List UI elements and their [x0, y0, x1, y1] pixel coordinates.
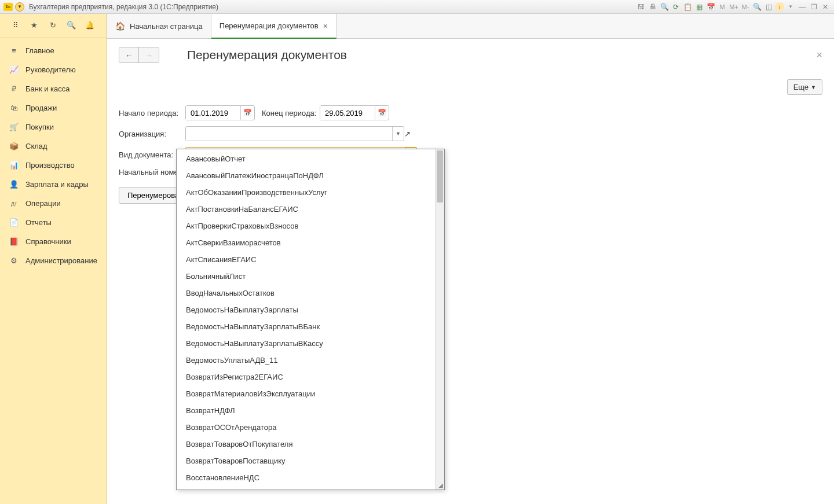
reload-icon[interactable]: ⟳ [671, 2, 681, 12]
dropdown-item[interactable]: ВедомостьНаВыплатуЗарплатыВКассу [177, 335, 435, 352]
sidebar-item-label: Отчеты [25, 218, 52, 227]
book-icon: 📕 [9, 237, 19, 246]
tab-home[interactable]: 🏠 Начальная страница [107, 14, 211, 38]
menu-icon: ≡ [9, 46, 19, 55]
org-label: Организация: [119, 130, 185, 138]
apps-icon[interactable]: ⠿ [10, 20, 21, 30]
period-end-label: Конец периода: [262, 109, 320, 117]
content-header: ← → Перенумерация документов × [119, 47, 822, 63]
notifications-icon[interactable]: 🔔 [85, 20, 95, 30]
org-row: Организация: ▼ ↗ [119, 126, 822, 141]
search-icon[interactable]: 🔍 [66, 20, 76, 30]
close-page-icon[interactable]: × [816, 49, 822, 61]
tabs: 🏠 Начальная страница Перенумерация докум… [107, 14, 834, 39]
zoom-icon[interactable]: 🔍 [752, 2, 762, 12]
preview-icon[interactable]: 🔍 [659, 2, 670, 12]
dropdown-item[interactable]: ВозвратМатериаловИзЭксплуатации [177, 385, 435, 402]
memory-mplus-icon[interactable]: M+ [729, 2, 739, 12]
scrollbar-thumb[interactable] [437, 150, 443, 203]
start-num-label: Начальный номер: [119, 168, 185, 176]
period-end-field[interactable] [320, 106, 375, 120]
dropdown-item[interactable]: ВедомостьУплатыАДВ_11 [177, 352, 435, 369]
dropdown-item[interactable]: АвансовыйОтчет [177, 150, 435, 167]
calendar-picker-icon[interactable]: 📅 [240, 106, 254, 120]
sidebar-item-reports[interactable]: 📄 Отчеты [0, 213, 107, 232]
dropdown-scrollbar[interactable]: ◢ [435, 149, 444, 490]
sidebar-item-bank[interactable]: ₽ Банк и касса [0, 79, 107, 98]
app-menu-dropdown[interactable]: ▼ [15, 2, 24, 12]
period-end-input[interactable]: 📅 [320, 105, 389, 120]
nav-back-button[interactable]: ← [119, 47, 139, 62]
dropdown-item[interactable]: ВозвратИзРегистра2ЕГАИС [177, 369, 435, 385]
sidebar-item-purchases[interactable]: 🛒 Покупки [0, 117, 107, 137]
help-icon[interactable]: i [775, 2, 784, 12]
dropdown-item[interactable]: ВводНачальныхОстатков [177, 285, 435, 301]
sidebar-item-admin[interactable]: ⚙ Администрирование [0, 251, 107, 270]
dropdown-item[interactable]: ВозвратТоваровОтПокупателя [177, 436, 435, 453]
sidebar-item-manager[interactable]: 📈 Руководителю [0, 60, 107, 79]
ruble-icon: ₽ [9, 84, 19, 93]
tab-renumber[interactable]: Перенумерация документов × [211, 14, 336, 39]
sidebar-item-warehouse[interactable]: 📦 Склад [0, 137, 107, 156]
chart-icon: 📈 [9, 65, 19, 74]
dropdown-item[interactable]: ВозвратТоваровПоставщику [177, 453, 435, 469]
save-icon[interactable]: 🖫 [636, 2, 646, 12]
close-tab-icon[interactable]: × [323, 21, 328, 31]
nav-forward-button[interactable]: → [139, 47, 159, 62]
org-open-button[interactable]: ↗ [404, 130, 411, 138]
sidebar-item-label: Банк и касса [25, 84, 70, 93]
dropdown-resize-icon[interactable]: ◢ [438, 482, 443, 488]
close-window-icon[interactable]: ✕ [820, 2, 831, 12]
calc-icon[interactable]: ▦ [694, 2, 704, 12]
dropdown-item[interactable]: ВосстановлениеНДСПоОбъектамНедвижимости [177, 486, 435, 490]
maximize-icon[interactable]: ❐ [809, 2, 819, 12]
sidebar-item-main[interactable]: ≡ Главное [0, 41, 107, 60]
org-input[interactable] [186, 127, 392, 141]
sidebar-item-label: Операции [25, 199, 61, 208]
dropdown-item[interactable]: АктСписанияЕГАИС [177, 251, 435, 268]
sidebar-item-operations[interactable]: Дт Операции [0, 194, 107, 213]
period-start-field[interactable] [186, 106, 240, 120]
dropdown-item[interactable]: АктОбОказанииПроизводственныхУслуг [177, 184, 435, 201]
sidebar-item-sales[interactable]: 🛍 Продажи [0, 98, 107, 117]
period-start-label: Начало периода: [119, 109, 185, 117]
dropdown-item[interactable]: АктПроверкиСтраховыхВзносов [177, 218, 435, 234]
panels-icon[interactable]: ◫ [763, 2, 774, 12]
memory-mminus-icon[interactable]: M- [740, 2, 751, 12]
bag-icon: 🛍 [9, 104, 19, 112]
org-dropdown-button[interactable]: ▼ [392, 127, 404, 141]
dropdown-item[interactable]: АктПостановкиНаБалансЕГАИС [177, 201, 435, 218]
sidebar-item-label: Справочники [25, 237, 71, 246]
person-icon: 👤 [9, 180, 19, 189]
memory-m-icon[interactable]: M [717, 2, 727, 12]
dropdown-item[interactable]: ВедомостьНаВыплатуЗарплаты [177, 301, 435, 318]
print-icon[interactable]: 🖶 [648, 2, 658, 12]
dropdown-item[interactable]: ВозвратНДФЛ [177, 402, 435, 419]
favorites-icon[interactable]: ★ [29, 20, 39, 30]
cart-icon: 🛒 [9, 123, 19, 131]
org-combo[interactable]: ▼ [185, 126, 404, 141]
minimize-icon[interactable]: — [797, 2, 807, 12]
help-dropdown-icon[interactable]: ▼ [785, 2, 796, 12]
copy-icon[interactable]: 📋 [682, 2, 693, 12]
content: ← → Перенумерация документов × Еще ▼ Нач… [107, 39, 834, 504]
more-button[interactable]: Еще ▼ [787, 79, 822, 95]
sidebar-item-catalogs[interactable]: 📕 Справочники [0, 232, 107, 251]
dropdown-item[interactable]: ВосстановлениеНДС [177, 469, 435, 486]
dropdown-item[interactable]: ВозвратОСОтАрендатора [177, 419, 435, 436]
title-bar: 1с ▼ Бухгалтерия предприятия, редакция 3… [0, 0, 834, 14]
main-area: 🏠 Начальная страница Перенумерация докум… [107, 14, 834, 504]
tab-label: Перенумерация документов [220, 21, 319, 30]
sidebar-item-production[interactable]: 📊 Производство [0, 156, 107, 175]
calendar-icon[interactable]: 📅 [705, 2, 716, 12]
sidebar-item-label: Покупки [25, 123, 54, 131]
dropdown-item[interactable]: ВедомостьНаВыплатуЗарплатыВБанк [177, 318, 435, 335]
dropdown-item[interactable]: АктСверкиВзаиморасчетов [177, 234, 435, 251]
dropdown-item[interactable]: БольничныйЛист [177, 268, 435, 285]
period-start-input[interactable]: 📅 [185, 105, 255, 120]
dropdown-item[interactable]: АвансовыйПлатежИностранцаПоНДФЛ [177, 167, 435, 184]
calendar-picker-icon[interactable]: 📅 [375, 106, 389, 120]
history-icon[interactable]: ↻ [47, 20, 58, 30]
sidebar-item-label: Главное [25, 46, 54, 55]
sidebar-item-salary[interactable]: 👤 Зарплата и кадры [0, 175, 107, 194]
